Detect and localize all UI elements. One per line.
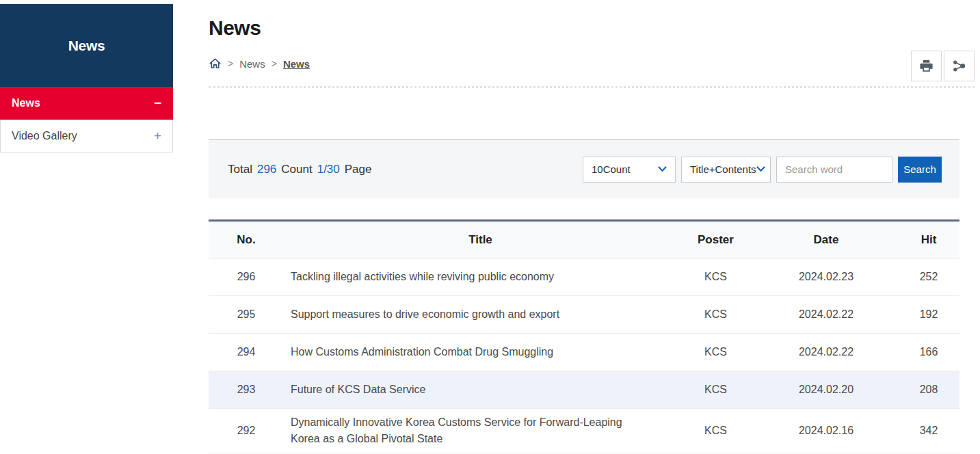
total-label: Total [228,163,252,176]
row-no: 295 [209,296,284,334]
breadcrumb-separator: > [228,58,233,69]
search-field-select-value: Title+Contents [690,163,756,175]
breadcrumb-home-link[interactable] [209,57,222,70]
row-date: 2024.02.22 [754,296,898,334]
row-date: 2024.02.22 [754,334,898,371]
per-page-select-value: 10Count [592,163,631,175]
table-row: 294 How Customs Administration Combat Dr… [209,334,959,371]
page-action-buttons [911,51,975,81]
chevron-down-icon [658,166,667,172]
sidebar-title: News [0,4,173,87]
news-title-link[interactable]: Future of KCS Data Service [291,382,425,398]
chevron-down-icon [756,166,765,172]
home-icon [209,57,222,70]
list-toolbar: Total 296 Count 1/30 Page 10Count Title+… [209,139,959,198]
row-hit: 342 [898,409,959,453]
share-nodes-icon [951,58,967,74]
count-label: Count [281,163,312,176]
sidebar-menu: News − Video Gallery + [0,87,173,152]
column-header-no: No. [209,221,284,258]
row-no: 294 [209,334,284,371]
sidebar-item-label: News [12,97,40,109]
news-title-link[interactable]: Tackling illegal activities while revivi… [291,269,554,285]
row-poster: KCS [677,296,754,334]
total-count-value: 296 [257,163,276,176]
row-no: 292 [209,409,284,453]
row-date: 2024.02.20 [754,371,898,409]
sidebar-item-news[interactable]: News − [0,87,173,120]
row-date: 2024.02.23 [754,258,898,296]
row-poster: KCS [677,334,754,371]
share-button[interactable] [944,51,975,81]
table-row: 292 Dynamically Innovative Korea Customs… [209,409,959,453]
table-row: 293 Future of KCS Data Service KCS 2024.… [209,371,959,409]
column-header-poster: Poster [677,221,754,258]
search-field-select[interactable]: Title+Contents [681,157,771,183]
sidebar: News News − Video Gallery + [0,4,173,152]
search-button[interactable]: Search [898,157,942,183]
news-title-link[interactable]: Dynamically Innovative Korea Customs Ser… [291,414,653,447]
page-title: News [209,16,261,40]
row-poster: KCS [677,258,754,296]
table-row: 295 Support measures to drive economic g… [209,296,959,334]
per-page-select[interactable]: 10Count [583,157,676,183]
news-table: No. Title Poster Date Hit 296 Tackling i… [209,219,959,453]
search-controls: 10Count Title+Contents Search [583,157,942,183]
page-indicator-value: 1/30 [317,163,340,176]
breadcrumb: > News > News [209,57,310,70]
breadcrumb-separator: > [272,58,277,69]
row-poster: KCS [677,409,754,453]
breadcrumb-current[interactable]: News [283,58,310,70]
row-no: 293 [209,371,284,409]
sidebar-item-label: Video Gallery [12,130,77,142]
row-hit: 252 [898,258,959,296]
dotted-divider [209,86,975,88]
sidebar-item-video-gallery[interactable]: Video Gallery + [0,120,173,152]
column-header-hit: Hit [898,221,959,258]
column-header-title: Title [284,221,677,258]
row-poster: KCS [677,371,754,409]
row-hit: 208 [898,371,959,409]
news-title-link[interactable]: How Customs Administration Combat Drug S… [291,344,553,360]
page-label: Page [345,163,372,176]
print-button[interactable] [911,51,942,81]
printer-icon [918,58,934,74]
row-hit: 192 [898,296,959,334]
table-row: 296 Tackling illegal activities while re… [209,258,959,296]
news-title-link[interactable]: Support measures to drive economic growt… [291,306,559,323]
main-content: News > News > News Total 296 Count 1/30 … [209,0,959,454]
minus-icon[interactable]: − [154,96,161,109]
row-hit: 166 [898,334,959,371]
breadcrumb-item: News [239,58,265,70]
plus-icon[interactable]: + [154,129,161,142]
row-date: 2024.02.16 [754,409,898,453]
list-summary: Total 296 Count 1/30 Page [228,163,371,176]
search-input[interactable] [776,157,892,183]
table-header: No. Title Poster Date Hit [209,221,959,258]
column-header-date: Date [754,221,898,258]
row-no: 296 [209,258,284,296]
